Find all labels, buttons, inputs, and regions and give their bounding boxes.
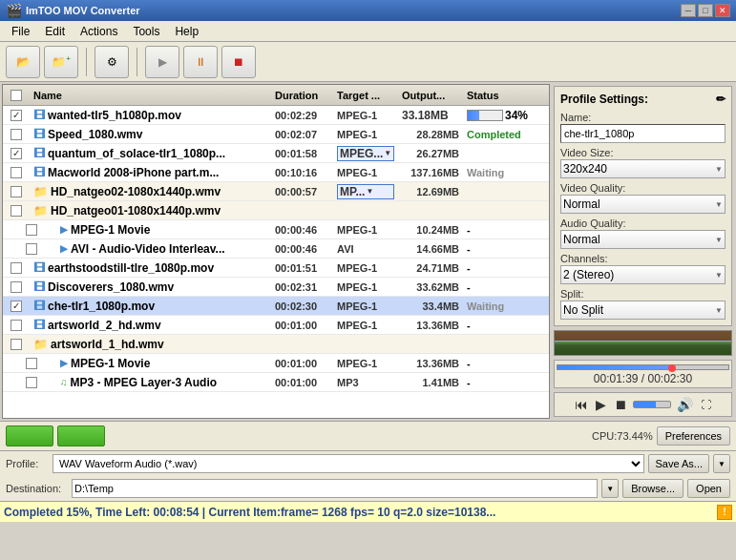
table-row[interactable]: 📁 HD_natgeo02-1080x1440p.wmv 00:00:57 MP… (3, 182, 549, 201)
table-row[interactable]: 📁 HD_natgeo01-1080x1440p.wmv (3, 201, 549, 220)
table-row[interactable]: ▶ AVI - Audio-Video Interleav... 00:00:4… (3, 239, 549, 259)
name-label: Name: (560, 112, 725, 123)
profile-select[interactable]: WAV Waveform Audio (*.wav) (53, 454, 644, 473)
profile-arrow-button[interactable]: ▼ (713, 454, 730, 473)
row-name: 📁 HD_natgeo01-1080x1440p.wmv (30, 202, 271, 219)
file-list-panel: Name Duration Target ... Output... Statu… (2, 84, 550, 419)
row-checkbox[interactable] (11, 148, 22, 159)
row-checkbox[interactable] (26, 224, 37, 236)
maximize-button[interactable]: □ (698, 4, 713, 17)
stop-preview-button[interactable]: ⏹ (612, 396, 629, 413)
row-checkbox[interactable] (11, 167, 22, 178)
header-check[interactable] (3, 90, 30, 101)
row-name: 📁 artsworld_1_hd.wmv (30, 336, 271, 353)
menu-actions[interactable]: Actions (73, 23, 125, 40)
toolbar-sep-2 (137, 48, 137, 76)
stop-button[interactable]: ⏹ (221, 46, 256, 78)
table-row[interactable]: ♫ MP3 - MPEG Layer-3 Audio 00:01:00 MP3 … (3, 373, 549, 392)
video-size-field-group: Video Size: 320x240 ▼ (560, 147, 725, 178)
row-checkbox[interactable] (11, 129, 22, 140)
play-button[interactable]: ▶ (145, 46, 179, 78)
row-checkbox[interactable] (26, 243, 37, 255)
channels-select[interactable]: 2 (Stereo) ▼ (560, 265, 725, 284)
target-dropdown[interactable]: MPEG... ▼ (337, 146, 394, 161)
row-checkbox[interactable] (11, 281, 22, 293)
video-quality-select[interactable]: Normal ▼ (560, 195, 725, 214)
row-checkbox[interactable] (11, 320, 22, 331)
row-checkbox[interactable] (11, 205, 22, 217)
split-select[interactable]: No Split ▼ (560, 301, 725, 320)
close-button[interactable]: ✕ (715, 4, 730, 17)
add-folder-button[interactable]: 📁+ (44, 46, 78, 78)
row-checkbox[interactable] (11, 262, 22, 274)
browse-button[interactable]: Browse... (622, 479, 683, 498)
add-folder-icon: 📁+ (52, 54, 71, 69)
target-dropdown[interactable]: MP... ▼ (337, 184, 394, 199)
table-row[interactable]: 📁 artsworld_1_hd.wmv (3, 335, 549, 354)
film-icon: 🎞 (33, 147, 45, 160)
table-row[interactable]: 🎞 che-tlr1_1080p.mov 00:02:30 MPEG-1 33.… (3, 297, 549, 316)
chevron-down-icon: ▼ (715, 236, 723, 244)
table-row[interactable]: 🎞 Discoverers_1080.wmv 00:02:31 MPEG-1 3… (3, 278, 549, 297)
menu-help[interactable]: Help (167, 23, 206, 40)
film-icon: 🎞 (33, 128, 45, 141)
table-row[interactable]: ▶ MPEG-1 Movie 00:01:00 MPEG-1 13.36MB - (3, 354, 549, 373)
status-text: Completed 15%, Time Left: 00:08:54 | Cur… (4, 506, 495, 519)
menu-file[interactable]: File (4, 23, 37, 40)
save-as-button[interactable]: Save As... (648, 454, 709, 473)
channels-label: Channels: (560, 253, 725, 264)
prev-frame-button[interactable]: ⏮ (573, 396, 590, 413)
row-name: ▶ MPEG-1 Movie (45, 355, 271, 372)
fullscreen-button[interactable]: ⛶ (699, 398, 713, 411)
video-size-select[interactable]: 320x240 ▼ (560, 159, 725, 178)
app-title: ImTOO MOV Converter (26, 5, 681, 16)
minimize-button[interactable]: ─ (681, 4, 696, 17)
chevron-down-icon: ▼ (715, 271, 723, 280)
row-name: 🎞 Speed_1080.wmv (30, 126, 271, 143)
table-row[interactable]: 🎞 wanted-tlr5_h1080p.mov 00:02:29 MPEG-1… (3, 106, 549, 125)
add-file-button[interactable]: 📂 (6, 46, 40, 78)
row-name: 📁 HD_natgeo02-1080x1440p.wmv (30, 183, 271, 200)
playback-seek[interactable] (557, 364, 729, 370)
row-checkbox[interactable] (11, 110, 22, 121)
row-checkbox[interactable] (26, 358, 37, 369)
profile-row: Profile: WAV Waveform Audio (*.wav) Save… (0, 451, 736, 476)
pause-button[interactable]: ⏸ (183, 46, 218, 78)
dest-arrow-button[interactable]: ▼ (601, 479, 619, 498)
row-name: ▶ MPEG-1 Movie (45, 221, 271, 239)
preferences-button[interactable]: Preferences (657, 426, 730, 446)
menu-edit[interactable]: Edit (37, 23, 73, 40)
table-row[interactable]: 🎞 quantum_of_solace-tlr1_1080p... 00:01:… (3, 144, 549, 163)
edit-icon[interactable]: ✏ (716, 93, 725, 106)
film-icon: 🎞 (33, 300, 45, 313)
convert-button[interactable] (57, 425, 105, 446)
table-row[interactable]: ▶ MPEG-1 Movie 00:00:46 MPEG-1 10.24MB - (3, 220, 549, 239)
row-checkbox[interactable] (26, 377, 37, 388)
settings-button[interactable]: ⚙ (95, 46, 129, 78)
row-name: 🎞 Discoverers_1080.wmv (30, 279, 271, 296)
play-preview-button[interactable]: ▶ (594, 396, 608, 413)
seek-thumb[interactable] (668, 364, 676, 372)
destination-input[interactable] (72, 479, 598, 498)
film-icon: ▶ (60, 224, 68, 235)
audio-quality-select[interactable]: Normal ▼ (560, 230, 725, 249)
select-all-checkbox[interactable] (11, 90, 22, 101)
table-row[interactable]: 🎞 earthstoodstill-tlre_1080p.mov 00:01:5… (3, 259, 549, 278)
row-name: ♫ MP3 - MPEG Layer-3 Audio (45, 374, 271, 391)
row-checkbox[interactable] (11, 186, 22, 197)
table-row[interactable]: 🎞 Speed_1080.wmv 00:02:07 MPEG-1 28.28MB… (3, 125, 549, 144)
table-row[interactable]: 🎞 Macworld 2008-iPhone part.m... 00:10:1… (3, 163, 549, 182)
menu-tools[interactable]: Tools (125, 23, 167, 40)
row-name: 🎞 wanted-tlr5_h1080p.mov (30, 107, 271, 124)
video-quality-field-group: Video Quality: Normal ▼ (560, 182, 725, 214)
open-button[interactable]: Open (687, 479, 730, 498)
row-checkbox[interactable] (11, 301, 22, 312)
start-button[interactable] (6, 425, 53, 446)
row-checkbox[interactable] (11, 339, 22, 350)
toolbar-sep-1 (86, 48, 87, 76)
name-input[interactable] (560, 124, 725, 143)
table-row[interactable]: 🎞 artsworld_2_hd.wmv 00:01:00 MPEG-1 13.… (3, 316, 549, 335)
col-header-status: Status (463, 88, 549, 103)
row-name: 🎞 earthstoodstill-tlre_1080p.mov (30, 259, 271, 277)
volume-slider[interactable] (633, 401, 671, 408)
